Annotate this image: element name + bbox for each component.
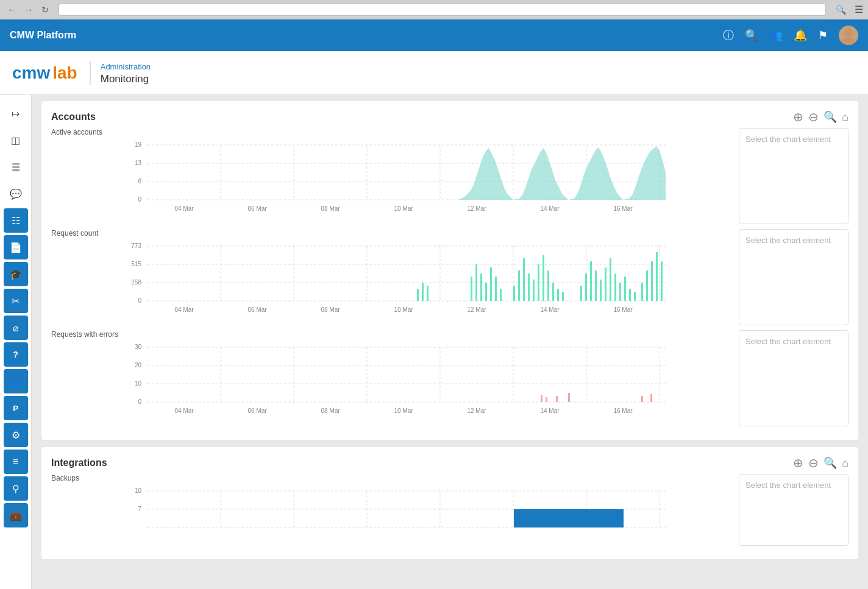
int-search-icon[interactable]: 🔍	[824, 456, 837, 470]
sidebar-desktop[interactable]: ◫	[4, 128, 28, 152]
svg-text:04 Mar: 04 Mar	[174, 205, 194, 212]
svg-text:16 Mar: 16 Mar	[613, 306, 633, 313]
address-bar[interactable]	[59, 4, 826, 16]
zoom-in-icon[interactable]: ⊕	[793, 110, 803, 124]
svg-rect-56	[542, 255, 544, 301]
integrations-section: Integrations ⊕ ⊖ 🔍 ⌂ Backups 10	[41, 447, 858, 559]
flag-icon[interactable]: ⚑	[818, 29, 828, 42]
main-layout: ↦ ◫ ☰ 💬 ☷ 📄 🎓 ✂ ⌀ ? 👤 P ⚙ ≡ ⚲ 💼 Accounts…	[0, 95, 868, 589]
help-icon[interactable]: ⓘ	[723, 28, 734, 43]
forward-button[interactable]: →	[22, 4, 35, 16]
zoom-out-icon[interactable]: ⊖	[808, 110, 819, 124]
svg-text:14 Mar: 14 Mar	[540, 407, 560, 414]
svg-rect-53	[528, 273, 530, 301]
browser-chrome: ← → ↻ 🔍 ☰	[0, 0, 868, 19]
svg-rect-49	[500, 289, 502, 301]
svg-rect-52	[523, 258, 525, 301]
svg-text:20: 20	[135, 362, 142, 369]
integrations-title: Integrations	[51, 457, 107, 468]
content-area[interactable]: Accounts ⊕ ⊖ 🔍 ⌂ Active accounts	[32, 95, 868, 589]
svg-rect-48	[495, 277, 497, 301]
sidebar-flow[interactable]: ⚙	[4, 423, 28, 447]
svg-text:10 Mar: 10 Mar	[394, 306, 413, 313]
errors-info-text: Select the chart element	[745, 337, 831, 346]
nav-icons: ⓘ 🔍 👥 🔔 ⚑	[723, 26, 858, 45]
svg-text:08 Mar: 08 Mar	[321, 407, 340, 414]
sidebar-learn[interactable]: 🎓	[4, 262, 28, 286]
svg-rect-103	[568, 393, 570, 402]
svg-rect-54	[533, 280, 535, 301]
logo-area: cmwlab Administration Monitoring	[0, 51, 868, 95]
svg-text:10: 10	[135, 487, 142, 494]
active-accounts-label: Active accounts	[51, 128, 731, 136]
svg-rect-64	[595, 270, 597, 301]
request-count-svg: 773 515 258 0	[51, 240, 731, 325]
sidebar-briefcase[interactable]: 💼	[4, 503, 28, 527]
svg-text:06 Mar: 06 Mar	[247, 407, 267, 414]
backups-chart: Backups 10 7	[51, 474, 731, 546]
sidebar-question[interactable]: ?	[4, 342, 28, 367]
svg-text:19: 19	[135, 141, 142, 148]
svg-text:08 Mar: 08 Mar	[321, 205, 340, 212]
svg-rect-101	[546, 397, 547, 402]
request-count-chart: Request count 773 515 258 0	[51, 229, 731, 325]
avatar[interactable]	[839, 26, 858, 45]
svg-point-0	[844, 29, 853, 37]
sidebar-doc[interactable]: 📄	[4, 235, 28, 259]
sidebar-person[interactable]: 👤	[4, 369, 28, 393]
svg-point-1	[841, 38, 856, 45]
sidebar-grid[interactable]: ☷	[4, 208, 28, 233]
sidebar: ↦ ◫ ☰ 💬 ☷ 📄 🎓 ✂ ⌀ ? 👤 P ⚙ ≡ ⚲ 💼	[0, 95, 32, 589]
errors-row: Requests with errors 30 20 10 0	[51, 330, 848, 426]
svg-rect-104	[641, 396, 643, 402]
svg-rect-47	[490, 267, 492, 301]
sidebar-fork[interactable]: ⚲	[4, 476, 28, 501]
int-zoom-out-icon[interactable]: ⊖	[808, 456, 819, 470]
search-chart-icon[interactable]: 🔍	[824, 110, 837, 124]
svg-text:258: 258	[131, 279, 141, 286]
int-zoom-in-icon[interactable]: ⊕	[793, 456, 803, 470]
sidebar-scissors[interactable]: ✂	[4, 289, 28, 313]
request-count-row: Request count 773 515 258 0	[51, 229, 848, 325]
svg-text:10 Mar: 10 Mar	[394, 205, 413, 212]
sidebar-p[interactable]: P	[4, 396, 28, 420]
svg-rect-45	[480, 273, 482, 301]
svg-text:08 Mar: 08 Mar	[321, 306, 340, 313]
breadcrumb-area: Administration Monitoring	[90, 61, 151, 85]
svg-rect-70	[624, 277, 626, 301]
backups-label: Backups	[51, 474, 731, 482]
svg-rect-69	[619, 283, 621, 301]
svg-text:515: 515	[131, 261, 141, 267]
sidebar-chat[interactable]: 💬	[4, 182, 28, 206]
svg-rect-125	[514, 509, 624, 527]
svg-rect-65	[600, 280, 602, 301]
home-icon[interactable]: ⌂	[842, 111, 848, 124]
back-button[interactable]: ←	[5, 4, 18, 16]
active-accounts-info-text: Select the chart element	[745, 135, 831, 144]
svg-text:12 Mar: 12 Mar	[467, 407, 486, 414]
svg-text:0: 0	[138, 398, 141, 405]
svg-rect-62	[585, 273, 587, 301]
svg-text:06 Mar: 06 Mar	[247, 205, 267, 212]
sidebar-collapse[interactable]: ↦	[4, 101, 28, 125]
request-count-label: Request count	[51, 229, 731, 238]
logo-cmw: cmw	[12, 63, 50, 82]
svg-text:0: 0	[138, 196, 141, 203]
svg-rect-59	[557, 289, 559, 301]
int-home-icon[interactable]: ⌂	[842, 457, 848, 470]
refresh-button[interactable]: ↻	[39, 4, 51, 16]
bell-icon[interactable]: 🔔	[794, 29, 807, 42]
people-icon[interactable]: 👥	[769, 29, 783, 42]
sidebar-list[interactable]: ☰	[4, 155, 28, 179]
svg-rect-100	[541, 395, 542, 402]
svg-text:30: 30	[135, 344, 142, 350]
svg-rect-75	[651, 261, 653, 301]
breadcrumb-link[interactable]: Administration	[101, 62, 151, 71]
svg-text:10 Mar: 10 Mar	[394, 407, 413, 414]
svg-text:12 Mar: 12 Mar	[467, 205, 486, 212]
svg-text:7: 7	[138, 506, 141, 512]
request-count-info: Select the chart element	[739, 229, 848, 325]
sidebar-slash[interactable]: ⌀	[4, 316, 28, 340]
sidebar-lines[interactable]: ≡	[4, 450, 28, 474]
search-nav-icon[interactable]: 🔍	[745, 29, 758, 42]
